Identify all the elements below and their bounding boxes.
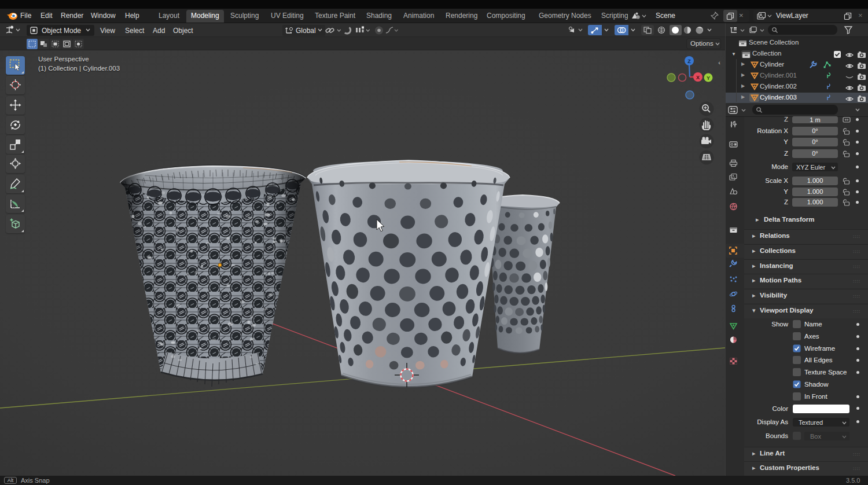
svg-text:Y: Y — [707, 75, 710, 81]
svg-text:X: X — [696, 75, 700, 80]
svg-text:‹: ‹ — [718, 59, 720, 66]
svg-text:Z: Z — [687, 58, 691, 64]
